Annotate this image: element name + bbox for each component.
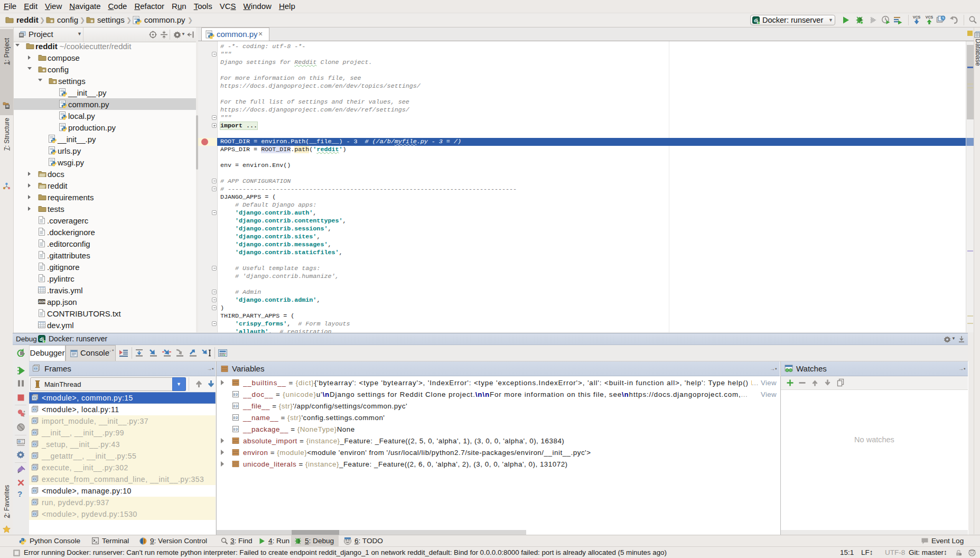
svg-text:VCS: VCS <box>926 15 934 19</box>
svg-text:dj: dj <box>754 18 758 23</box>
svg-text:VCS: VCS <box>913 15 921 19</box>
svg-text:dj: dj <box>40 337 44 342</box>
